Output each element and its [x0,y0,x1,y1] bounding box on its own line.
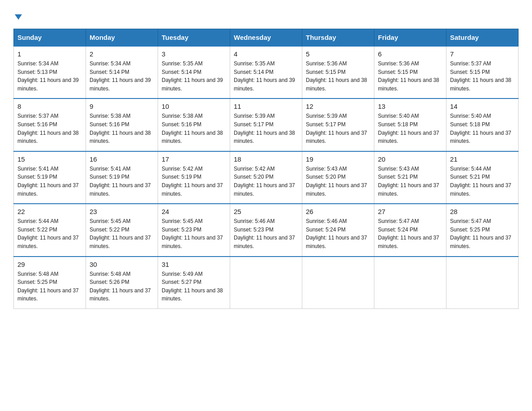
week-row-1: 8 Sunrise: 5:37 AMSunset: 5:16 PMDayligh… [14,98,519,151]
day-number: 20 [378,155,442,163]
day-number: 27 [378,208,442,215]
day-number: 7 [450,50,515,58]
calendar-table: SundayMondayTuesdayWednesdayThursdayFrid… [13,29,519,309]
calendar-cell: 31 Sunrise: 5:49 AMSunset: 5:27 PMDaylig… [158,257,230,309]
day-number: 10 [162,103,226,110]
week-row-0: 1 Sunrise: 5:34 AMSunset: 5:13 PMDayligh… [14,46,519,98]
calendar-cell: 26 Sunrise: 5:46 AMSunset: 5:24 PMDaylig… [302,204,374,256]
day-info: Sunrise: 5:34 AMSunset: 5:13 PMDaylight:… [17,60,79,92]
day-info: Sunrise: 5:37 AMSunset: 5:16 PMDaylight:… [17,113,79,144]
day-info: Sunrise: 5:43 AMSunset: 5:21 PMDaylight:… [378,166,439,197]
calendar-cell: 8 Sunrise: 5:37 AMSunset: 5:16 PMDayligh… [14,98,86,151]
page: SundayMondayTuesdayWednesdayThursdayFrid… [0,0,532,318]
day-number: 15 [17,155,82,163]
calendar-cell: 21 Sunrise: 5:44 AMSunset: 5:21 PMDaylig… [446,151,519,204]
day-number: 6 [378,50,442,58]
day-info: Sunrise: 5:41 AMSunset: 5:19 PMDaylight:… [17,166,79,197]
day-number: 24 [162,208,226,215]
calendar-cell: 22 Sunrise: 5:44 AMSunset: 5:22 PMDaylig… [14,204,86,256]
day-number: 9 [90,103,154,110]
calendar-cell: 2 Sunrise: 5:34 AMSunset: 5:14 PMDayligh… [86,46,158,98]
day-info: Sunrise: 5:37 AMSunset: 5:15 PMDaylight:… [450,60,511,92]
header-day-saturday: Saturday [446,29,519,47]
calendar-cell: 19 Sunrise: 5:43 AMSunset: 5:20 PMDaylig… [302,151,374,204]
week-row-2: 15 Sunrise: 5:41 AMSunset: 5:19 PMDaylig… [14,151,519,204]
day-number: 19 [306,155,370,163]
calendar-header: SundayMondayTuesdayWednesdayThursdayFrid… [14,29,519,47]
day-info: Sunrise: 5:46 AMSunset: 5:24 PMDaylight:… [306,218,367,249]
week-row-4: 29 Sunrise: 5:48 AMSunset: 5:25 PMDaylig… [14,257,519,309]
day-number: 11 [234,103,298,110]
calendar-cell: 5 Sunrise: 5:36 AMSunset: 5:15 PMDayligh… [302,46,374,98]
day-number: 26 [306,208,370,215]
calendar-cell: 13 Sunrise: 5:40 AMSunset: 5:18 PMDaylig… [374,98,446,151]
day-number: 8 [17,103,82,110]
logo [13,13,22,20]
header [13,13,519,20]
calendar-cell: 14 Sunrise: 5:40 AMSunset: 5:18 PMDaylig… [446,98,519,151]
calendar-cell: 24 Sunrise: 5:45 AMSunset: 5:23 PMDaylig… [158,204,230,256]
day-number: 30 [90,261,154,268]
day-number: 31 [162,261,226,268]
logo-container [13,13,22,20]
calendar-cell [230,257,302,309]
calendar-cell: 12 Sunrise: 5:39 AMSunset: 5:17 PMDaylig… [302,98,374,151]
day-number: 2 [90,50,154,58]
day-info: Sunrise: 5:42 AMSunset: 5:20 PMDaylight:… [234,166,295,197]
calendar-cell: 25 Sunrise: 5:46 AMSunset: 5:23 PMDaylig… [230,204,302,256]
day-info: Sunrise: 5:49 AMSunset: 5:27 PMDaylight:… [162,271,223,302]
day-number: 22 [17,208,82,215]
calendar-cell: 11 Sunrise: 5:39 AMSunset: 5:17 PMDaylig… [230,98,302,151]
day-number: 4 [234,50,298,58]
day-info: Sunrise: 5:47 AMSunset: 5:25 PMDaylight:… [450,218,511,249]
day-number: 28 [450,208,515,215]
header-day-sunday: Sunday [14,29,86,47]
header-day-tuesday: Tuesday [158,29,230,47]
day-info: Sunrise: 5:41 AMSunset: 5:19 PMDaylight:… [90,166,151,197]
day-info: Sunrise: 5:40 AMSunset: 5:18 PMDaylight:… [378,113,439,144]
day-info: Sunrise: 5:35 AMSunset: 5:14 PMDaylight:… [234,60,295,92]
day-number: 29 [17,261,82,268]
calendar-body: 1 Sunrise: 5:34 AMSunset: 5:13 PMDayligh… [14,46,519,308]
day-number: 12 [306,103,370,110]
calendar-cell: 16 Sunrise: 5:41 AMSunset: 5:19 PMDaylig… [86,151,158,204]
day-info: Sunrise: 5:36 AMSunset: 5:15 PMDaylight:… [306,60,367,92]
calendar-cell: 30 Sunrise: 5:48 AMSunset: 5:26 PMDaylig… [86,257,158,309]
day-number: 23 [90,208,154,215]
calendar-cell: 3 Sunrise: 5:35 AMSunset: 5:14 PMDayligh… [158,46,230,98]
day-number: 21 [450,155,515,163]
header-day-friday: Friday [374,29,446,47]
day-number: 14 [450,103,515,110]
day-number: 13 [378,103,442,110]
day-info: Sunrise: 5:42 AMSunset: 5:19 PMDaylight:… [162,166,223,197]
calendar-cell: 1 Sunrise: 5:34 AMSunset: 5:13 PMDayligh… [14,46,86,98]
week-row-3: 22 Sunrise: 5:44 AMSunset: 5:22 PMDaylig… [14,204,519,256]
logo-arrow-icon [15,14,22,20]
day-number: 25 [234,208,298,215]
logo-name-block [13,13,22,20]
calendar-cell [302,257,374,309]
calendar-cell: 18 Sunrise: 5:42 AMSunset: 5:20 PMDaylig… [230,151,302,204]
day-info: Sunrise: 5:38 AMSunset: 5:16 PMDaylight:… [162,113,223,144]
day-info: Sunrise: 5:48 AMSunset: 5:25 PMDaylight:… [17,271,79,302]
day-info: Sunrise: 5:39 AMSunset: 5:17 PMDaylight:… [306,113,367,144]
day-info: Sunrise: 5:36 AMSunset: 5:15 PMDaylight:… [378,60,439,92]
calendar-cell: 4 Sunrise: 5:35 AMSunset: 5:14 PMDayligh… [230,46,302,98]
day-info: Sunrise: 5:45 AMSunset: 5:23 PMDaylight:… [162,218,223,249]
calendar-cell: 28 Sunrise: 5:47 AMSunset: 5:25 PMDaylig… [446,204,519,256]
calendar-cell [374,257,446,309]
calendar-cell: 10 Sunrise: 5:38 AMSunset: 5:16 PMDaylig… [158,98,230,151]
logo-general-text [13,13,22,20]
day-info: Sunrise: 5:38 AMSunset: 5:16 PMDaylight:… [90,113,151,144]
header-day-wednesday: Wednesday [230,29,302,47]
calendar-cell: 29 Sunrise: 5:48 AMSunset: 5:25 PMDaylig… [14,257,86,309]
calendar-cell: 6 Sunrise: 5:36 AMSunset: 5:15 PMDayligh… [374,46,446,98]
header-row: SundayMondayTuesdayWednesdayThursdayFrid… [14,29,519,47]
day-number: 16 [90,155,154,163]
day-info: Sunrise: 5:40 AMSunset: 5:18 PMDaylight:… [450,113,511,144]
day-info: Sunrise: 5:39 AMSunset: 5:17 PMDaylight:… [234,113,295,144]
day-info: Sunrise: 5:35 AMSunset: 5:14 PMDaylight:… [162,60,223,92]
calendar-cell: 20 Sunrise: 5:43 AMSunset: 5:21 PMDaylig… [374,151,446,204]
day-info: Sunrise: 5:44 AMSunset: 5:22 PMDaylight:… [17,218,79,249]
calendar-cell: 7 Sunrise: 5:37 AMSunset: 5:15 PMDayligh… [446,46,519,98]
